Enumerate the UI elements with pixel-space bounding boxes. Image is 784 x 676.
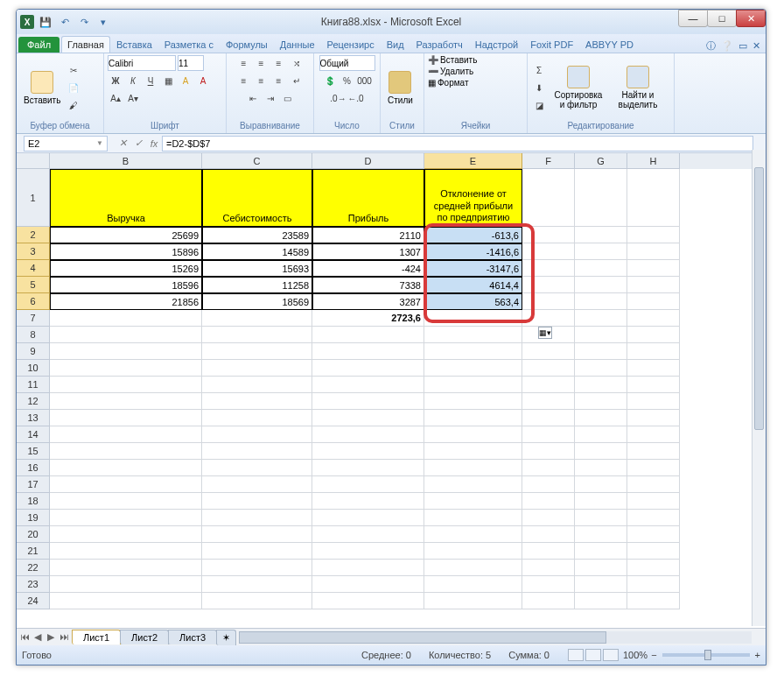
cell-d7[interactable]: 2723,6 xyxy=(312,310,424,327)
row-header-20[interactable]: 20 xyxy=(17,526,50,543)
col-header-E[interactable]: E xyxy=(424,153,522,169)
tab-formulas[interactable]: Формулы xyxy=(220,36,274,53)
cell-h1[interactable] xyxy=(627,169,680,227)
sheet-tab-1[interactable]: Лист1 xyxy=(72,630,121,644)
header-d[interactable]: Прибыль xyxy=(312,169,424,227)
cell-h2[interactable] xyxy=(627,227,680,243)
cell-e7[interactable] xyxy=(424,310,522,327)
sort-filter-button[interactable]: Сортировка и фильтр xyxy=(549,64,608,111)
find-select-button[interactable]: Найти и выделить xyxy=(610,64,666,111)
cell-B11[interactable] xyxy=(50,377,202,393)
col-header-H[interactable]: H xyxy=(627,153,680,169)
cell-e2[interactable]: -613,6 xyxy=(424,227,522,243)
cell-C23[interactable] xyxy=(202,576,312,593)
cell-B23[interactable] xyxy=(50,576,202,593)
cell-D10[interactable] xyxy=(312,360,424,377)
tab-foxit[interactable]: Foxit PDF xyxy=(524,36,579,53)
cell-G14[interactable] xyxy=(575,426,627,443)
cell-F13[interactable] xyxy=(522,410,575,426)
inner-restore-icon[interactable]: ▭ xyxy=(738,40,747,52)
cell-B18[interactable] xyxy=(50,493,202,510)
cell-C15[interactable] xyxy=(202,443,312,460)
cell-D11[interactable] xyxy=(312,377,424,393)
cell-e6[interactable]: 563,4 xyxy=(424,293,522,310)
maximize-button[interactable]: □ xyxy=(707,10,737,27)
align-right-icon[interactable]: ≡ xyxy=(271,73,287,88)
cell-C17[interactable] xyxy=(202,476,312,493)
cell-E17[interactable] xyxy=(424,476,522,493)
cell-D15[interactable] xyxy=(312,443,424,460)
row-header-23[interactable]: 23 xyxy=(17,576,50,593)
cell-b3[interactable]: 15896 xyxy=(50,243,202,260)
qat-more-icon[interactable]: ▾ xyxy=(95,14,111,30)
cell-e5[interactable]: 4614,4 xyxy=(424,277,522,293)
cell-F11[interactable] xyxy=(522,377,575,393)
cell-C24[interactable] xyxy=(202,593,312,609)
sheet-next-icon[interactable]: ▶ xyxy=(45,631,57,643)
name-box[interactable]: E2 ▼ xyxy=(24,136,108,151)
cell-E22[interactable] xyxy=(424,560,522,576)
cell-f5[interactable] xyxy=(522,277,575,293)
cell-E13[interactable] xyxy=(424,410,522,426)
row-header-16[interactable]: 16 xyxy=(17,460,50,476)
cell-G18[interactable] xyxy=(575,493,627,510)
new-sheet-icon[interactable]: ✶ xyxy=(216,630,236,645)
cell-G22[interactable] xyxy=(575,560,627,576)
cell-B22[interactable] xyxy=(50,560,202,576)
cell-H11[interactable] xyxy=(627,377,680,393)
merge-icon[interactable]: ▭ xyxy=(280,90,296,106)
select-all-corner[interactable] xyxy=(17,153,50,169)
cell-E19[interactable] xyxy=(424,510,522,526)
styles-button[interactable]: Стили xyxy=(384,69,416,107)
sheet-tab-2[interactable]: Лист2 xyxy=(120,630,169,644)
cell-e3[interactable]: -1416,6 xyxy=(424,243,522,260)
cell-G8[interactable] xyxy=(575,327,627,343)
cell-H19[interactable] xyxy=(627,510,680,526)
header-e[interactable]: Отклонение от средней прибыли по предпри… xyxy=(424,169,522,227)
row-header-22[interactable]: 22 xyxy=(17,560,50,576)
formula-input[interactable] xyxy=(162,136,753,151)
name-box-dropdown-icon[interactable]: ▼ xyxy=(96,139,103,147)
cell-g6[interactable] xyxy=(575,293,627,310)
clear-icon[interactable]: ◪ xyxy=(531,97,547,113)
normal-view-icon[interactable] xyxy=(568,649,584,661)
cell-h5[interactable] xyxy=(627,277,680,293)
fx-icon[interactable]: fx xyxy=(146,138,162,149)
cell-F23[interactable] xyxy=(522,576,575,593)
border-button[interactable]: ▦ xyxy=(160,73,176,88)
fill-color-button[interactable]: A xyxy=(178,73,193,88)
font-size-select[interactable] xyxy=(178,55,204,71)
cell-H13[interactable] xyxy=(627,410,680,426)
row-header-2[interactable]: 2 xyxy=(17,227,50,243)
page-break-view-icon[interactable] xyxy=(603,649,619,661)
cell-E23[interactable] xyxy=(424,576,522,593)
cell-H9[interactable] xyxy=(627,343,680,360)
cell-C21[interactable] xyxy=(202,543,312,560)
row-header-4[interactable]: 4 xyxy=(17,260,50,277)
cell-E10[interactable] xyxy=(424,360,522,377)
cell-C11[interactable] xyxy=(202,377,312,393)
cell-G9[interactable] xyxy=(575,343,627,360)
page-layout-view-icon[interactable] xyxy=(585,649,601,661)
zoom-out-icon[interactable]: − xyxy=(651,650,656,660)
cell-G19[interactable] xyxy=(575,510,627,526)
cell-B24[interactable] xyxy=(50,593,202,609)
tab-developer[interactable]: Разработч xyxy=(410,36,469,53)
row-header-6[interactable]: 6 xyxy=(17,293,50,310)
delete-cells-button[interactable]: ➖ Удалить xyxy=(428,67,473,76)
cell-G21[interactable] xyxy=(575,543,627,560)
cell-F16[interactable] xyxy=(522,460,575,476)
cell-F18[interactable] xyxy=(522,493,575,510)
align-center-icon[interactable]: ≡ xyxy=(254,73,270,88)
cell-E14[interactable] xyxy=(424,426,522,443)
row-header-19[interactable]: 19 xyxy=(17,510,50,526)
cells-area[interactable]: ВыручкаСебистоимостьПрибыльОтклонение от… xyxy=(50,169,766,626)
cell-D17[interactable] xyxy=(312,476,424,493)
cell-F24[interactable] xyxy=(522,593,575,609)
decrease-indent-icon[interactable]: ⇤ xyxy=(245,90,261,106)
row-header-5[interactable]: 5 xyxy=(17,277,50,293)
cell-D9[interactable] xyxy=(312,343,424,360)
cell-H23[interactable] xyxy=(627,576,680,593)
row-header-15[interactable]: 15 xyxy=(17,443,50,460)
cell-H18[interactable] xyxy=(627,493,680,510)
